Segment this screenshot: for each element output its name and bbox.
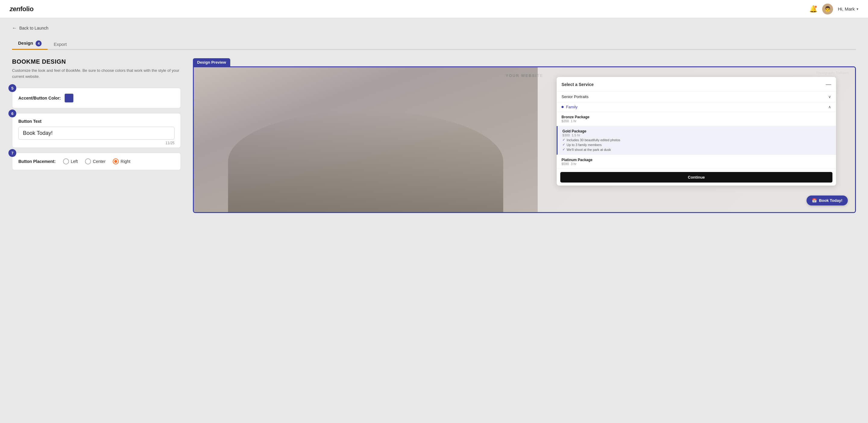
- tab-design-badge: 4: [36, 40, 41, 47]
- placement-center-label: Center: [93, 159, 105, 164]
- tab-export-label: Export: [54, 41, 67, 47]
- bronze-price: $200 1 hr: [561, 119, 831, 123]
- radio-left-circle: [63, 159, 69, 164]
- avatar: 👨: [822, 4, 833, 15]
- color-row: Accent/Button Color:: [19, 93, 175, 103]
- content-area: BOOKME DESIGN Customize the look and fee…: [12, 58, 856, 213]
- radio-center-circle: [85, 159, 91, 164]
- right-panel: Design Preview YOUR WEBSITE Photography …: [193, 58, 856, 213]
- check-icon-2: ✓: [562, 143, 565, 147]
- preview-sidebar: Select a Service — Senior Portraits ∨: [538, 67, 855, 212]
- main-content: ← Back to Launch Design 4 Export BOOKME …: [0, 18, 868, 220]
- family-label: Family: [566, 105, 578, 109]
- tab-export[interactable]: Export: [48, 39, 73, 49]
- user-greeting: Hi, Mark: [838, 6, 855, 11]
- logo: zenfolio: [10, 5, 33, 13]
- chevron-down-icon: ▾: [857, 7, 858, 11]
- tabs-bar: Design 4 Export: [12, 38, 856, 50]
- left-panel: BOOKME DESIGN Customize the look and fee…: [12, 58, 181, 175]
- check-icon-3: ✓: [562, 147, 565, 151]
- calendar-icon: 📅: [812, 198, 817, 203]
- check-icon-1: ✓: [562, 138, 565, 142]
- book-today-button[interactable]: 📅 Book Today!: [807, 196, 848, 205]
- color-swatch[interactable]: [64, 93, 73, 103]
- preview-card: Select a Service — Senior Portraits ∨: [557, 77, 836, 186]
- gold-feature-2: ✓ Up to 3 family members: [562, 143, 831, 147]
- step-6-badge: 6: [8, 110, 16, 117]
- book-today-label: Book Today!: [819, 198, 842, 203]
- select-service-label: Select a Service: [561, 82, 594, 87]
- preview-family-photo: [194, 67, 538, 212]
- section-desc: Customize the look and feel of BookMe. B…: [12, 67, 181, 79]
- placement-row: Button Placement: Left Center Right: [19, 159, 175, 164]
- tab-design[interactable]: Design 4: [12, 38, 48, 50]
- step-accent-color: 5 Accent/Button Color:: [12, 88, 181, 108]
- preview-card-header: Select a Service —: [557, 77, 836, 91]
- header: zenfolio 🔔 👨 Hi, Mark ▾: [0, 0, 868, 18]
- section-title: BOOKME DESIGN: [12, 58, 181, 65]
- photo-silhouette: [228, 111, 503, 212]
- header-right: 🔔 👨 Hi, Mark ▾: [809, 4, 858, 15]
- gold-package[interactable]: Gold Package $300 1.5 hr ✓ Includes 30 b…: [557, 126, 836, 155]
- radio-right-circle: [113, 159, 119, 164]
- placement-label: Button Placement:: [19, 159, 56, 164]
- placement-center[interactable]: Center: [85, 159, 105, 164]
- notification-dot: [814, 5, 817, 8]
- button-text-input[interactable]: [23, 130, 170, 136]
- back-label: Back to Launch: [19, 26, 49, 30]
- chevron-icon: ∨: [828, 94, 831, 99]
- step-button-placement: 7 Button Placement: Left Center Right: [12, 153, 181, 170]
- button-text-label: Button Text: [19, 119, 175, 124]
- step-5-badge: 5: [8, 84, 16, 92]
- family-sub-item[interactable]: Family ∧: [557, 102, 836, 112]
- preview-website-bg: YOUR WEBSITE Photography Software Select…: [194, 67, 855, 212]
- continue-button[interactable]: Continue: [560, 172, 832, 182]
- gold-name: Gold Package: [562, 129, 831, 133]
- button-text-input-wrap: [19, 127, 175, 140]
- platinum-price: $590 3 hr: [561, 162, 831, 166]
- platinum-name: Platinum Package: [561, 158, 831, 162]
- preview-frame: YOUR WEBSITE Photography Software Select…: [193, 66, 856, 213]
- gold-price: $300 1.5 hr: [562, 133, 831, 137]
- family-dot: [561, 106, 564, 108]
- bronze-package[interactable]: Bronze Package $200 1 hr: [557, 112, 836, 126]
- notification-button[interactable]: 🔔: [809, 5, 817, 13]
- accent-color-label: Accent/Button Color:: [19, 96, 61, 101]
- bronze-name: Bronze Package: [561, 115, 831, 119]
- tab-design-label: Design: [18, 40, 33, 46]
- preview-label: Design Preview: [193, 58, 230, 66]
- gold-feature-3: ✓ We'll shoot at the park at dusk: [562, 147, 831, 151]
- char-count: 11/25: [19, 141, 175, 145]
- senior-portraits-label: Senior Portraits: [561, 94, 589, 99]
- step-button-text: 6 Button Text 11/25: [12, 113, 181, 148]
- step-7-badge: 7: [8, 149, 16, 157]
- placement-left[interactable]: Left: [63, 159, 78, 164]
- minus-icon: —: [826, 81, 831, 87]
- senior-portraits-dropdown[interactable]: Senior Portraits ∨: [557, 91, 836, 102]
- placement-right-label: Right: [121, 159, 130, 164]
- user-menu[interactable]: Hi, Mark ▾: [838, 6, 858, 11]
- placement-left-label: Left: [71, 159, 78, 164]
- back-to-launch-link[interactable]: ← Back to Launch: [12, 25, 49, 31]
- placement-right[interactable]: Right: [113, 159, 130, 164]
- back-arrow-icon: ←: [12, 25, 17, 31]
- family-chevron: ∧: [828, 105, 831, 109]
- platinum-package[interactable]: Platinum Package $590 3 hr: [557, 155, 836, 169]
- gold-feature-1: ✓ Includes 30 beautifully edited photos: [562, 138, 831, 142]
